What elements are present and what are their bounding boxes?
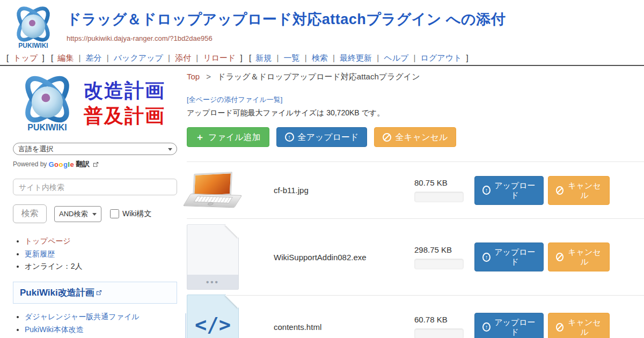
file-row: </> contents.html 60.78 KB ↑ アップロード キャンセ…	[187, 295, 644, 338]
translate-label[interactable]: 翻訳	[76, 159, 90, 169]
upload-toolbar: ＋ ファイル追加 ↑ 全アップロード 全キャンセル	[187, 127, 644, 147]
sidebar-banner-text: 改造計画 普及計画	[84, 78, 165, 129]
add-file-button[interactable]: ＋ ファイル追加	[187, 127, 269, 147]
cancel-button[interactable]: キャンセル	[548, 243, 610, 271]
pukiwiki-logo[interactable]: PUKIWIKI	[9, 3, 58, 54]
nav-bracket: ]	[42, 53, 45, 62]
content-divider	[185, 313, 186, 338]
sidebar-item-online-count: オンライン：2人	[25, 261, 177, 273]
google-logo-text: Google	[48, 160, 74, 168]
list-item: 更新履歴	[25, 248, 177, 260]
cancel-button[interactable]: キャンセル	[548, 176, 610, 205]
language-select[interactable]: 言語を選択	[13, 143, 177, 155]
upload-button[interactable]: ↑ アップロード	[474, 243, 544, 271]
nav-item-edit[interactable]: 編集	[57, 53, 74, 62]
nav-bracket: [	[249, 53, 251, 62]
atom-icon: PUKIWIKI	[9, 3, 58, 52]
file-name: cf-b11.jpg	[247, 186, 400, 195]
nav-item-new[interactable]: 新規	[255, 53, 272, 62]
nav-item-recent[interactable]: 最終更新	[340, 53, 372, 62]
cancel-all-label: 全キャンセル	[395, 132, 448, 142]
nav-separator: |	[333, 53, 335, 62]
sidebar-links-bottom: ダジャレンジャー版共通ファイル PukiWiki本体改造 PukiWikiテキス…	[13, 311, 177, 338]
cancel-all-button[interactable]: 全キャンセル	[374, 127, 456, 147]
sidebar: PUKIWIKI 改造計画 普及計画 言語を選択 Powered by Goog…	[13, 71, 177, 338]
cancel-label: キャンセル	[567, 318, 602, 337]
cancel-button[interactable]: キャンセル	[548, 313, 610, 338]
nav-item-top[interactable]: トップ	[13, 53, 38, 62]
nav-separator: |	[377, 53, 379, 62]
file-size: 80.75 KB	[414, 178, 471, 187]
sidebar-banner[interactable]: PUKIWIKI 改造計画 普及計画	[13, 71, 177, 136]
page-url: https://pukiwiki.dajya-ranger.com/?1bd2d…	[67, 34, 506, 42]
section-title-label: PukiWiki改造計画	[20, 286, 94, 299]
nav-item-reload[interactable]: リロード	[203, 53, 236, 62]
breadcrumb-home-link[interactable]: Top	[187, 72, 200, 81]
search-mode-select[interactable]: AND検索	[54, 206, 101, 222]
page-fold	[225, 225, 238, 238]
upload-circle-icon: ↑	[482, 322, 491, 332]
upload-all-label: 全アップロード	[298, 132, 359, 142]
search-button[interactable]: 検索	[13, 204, 47, 223]
page-title: ドラッグ＆ドロップアップロード対応attachプラグイン への添付	[67, 10, 506, 29]
nav-item-attach[interactable]: 添付	[175, 53, 191, 62]
add-file-label: ファイル追加	[208, 132, 261, 142]
plus-icon: ＋	[195, 133, 204, 142]
list-item: PukiWiki本体改造	[25, 324, 177, 336]
sidebar-item-recent-changes[interactable]: 更新履歴	[25, 249, 55, 258]
upload-button[interactable]: ↑ アップロード	[474, 313, 544, 338]
upload-circle-icon: ↑	[285, 133, 294, 142]
cancel-label: キャンセル	[567, 181, 602, 200]
svg-text:PUKIWIKI: PUKIWIKI	[27, 123, 67, 132]
file-name: contents.html	[247, 322, 400, 332]
nav-item-search[interactable]: 検索	[312, 53, 328, 62]
header-divider	[0, 65, 644, 66]
powered-by-label: Powered by	[13, 160, 47, 168]
nav-separator: |	[305, 53, 307, 62]
nav-item-backup[interactable]: バックアップ	[114, 53, 163, 62]
sidebar-item-toppage[interactable]: トップページ	[25, 237, 71, 245]
ban-icon	[383, 133, 391, 142]
sidebar-item-common-files[interactable]: ダジャレンジャー版共通ファイル	[25, 312, 140, 321]
nav-separator: |	[196, 53, 198, 62]
upload-progress-bar	[414, 192, 464, 202]
top-navigation: [ トップ ] [ 編集 | 差分 | バックアップ | 添付 | リロード ]…	[4, 53, 471, 63]
nav-item-help[interactable]: ヘルプ	[384, 53, 408, 62]
breadcrumb: Top > ドラッグ＆ドロップアップロード対応attachプラグイン	[187, 72, 644, 82]
nav-separator: |	[107, 53, 109, 62]
sidebar-section-title[interactable]: PukiWiki改造計画	[13, 282, 177, 304]
nav-separator: |	[78, 53, 80, 62]
nav-item-diff[interactable]: 差分	[86, 53, 102, 62]
file-size: 60.78 KB	[414, 315, 471, 324]
upload-button[interactable]: ↑ アップロード	[474, 176, 544, 205]
list-item: ダジャレンジャー版共通ファイル	[25, 311, 177, 323]
list-item: トップページ	[25, 236, 177, 247]
nav-item-logout[interactable]: ログアウト	[421, 53, 462, 62]
generic-file-icon: •••	[187, 224, 239, 290]
file-name: WikiSupportAddin082.exe	[247, 253, 400, 262]
external-link-icon	[96, 290, 102, 296]
upload-label: アップロード	[494, 247, 536, 267]
nav-bracket: ]	[466, 53, 469, 62]
site-search-input[interactable]	[13, 179, 177, 195]
upload-queue: cf-b11.jpg 80.75 KB ↑ アップロード キャンセル	[187, 161, 644, 338]
breadcrumb-current-page: ドラッグ＆ドロップアップロード対応attachプラグイン	[217, 72, 420, 81]
upload-all-button[interactable]: ↑ 全アップロード	[276, 127, 368, 147]
sidebar-links-top: トップページ 更新履歴 オンライン：2人	[13, 236, 177, 273]
wiki-syntax-checkbox[interactable]	[110, 209, 119, 218]
cancel-label: キャンセル	[567, 247, 602, 267]
code-icon: </>	[187, 313, 238, 336]
file-row: cf-b11.jpg 80.75 KB ↑ アップロード キャンセル	[187, 161, 644, 218]
nav-separator: |	[168, 53, 170, 62]
breadcrumb-separator: >	[206, 72, 211, 81]
sidebar-item-core-mods[interactable]: PukiWiki本体改造	[25, 325, 84, 334]
max-filesize-text: アップロード可能最大ファイルサイズは 30,720KB です。	[187, 108, 644, 118]
laptop-photo-thumbnail	[187, 173, 238, 208]
html-file-icon: </>	[187, 295, 239, 338]
nav-item-list[interactable]: 一覧	[284, 53, 300, 62]
ban-icon	[556, 323, 564, 332]
all-attachments-link[interactable]: [全ページの添付ファイル一覧]	[187, 95, 282, 105]
nav-bracket: [	[51, 53, 53, 62]
nav-bracket: [	[6, 53, 9, 62]
file-size: 298.75 KB	[414, 245, 471, 254]
